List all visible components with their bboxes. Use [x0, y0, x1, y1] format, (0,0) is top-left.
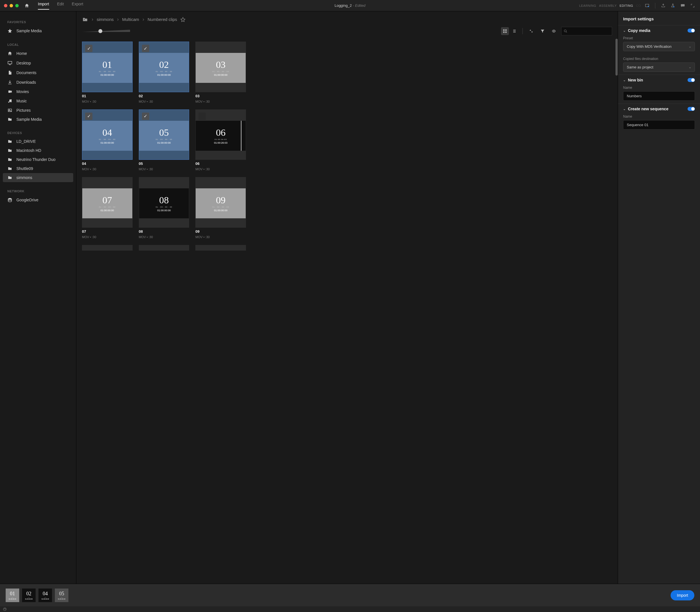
bin-name-input[interactable]: Numbers [623, 91, 695, 101]
zoom-slider[interactable] [82, 29, 130, 34]
tray-thumb[interactable]: 04• • •01:00:00:00 [39, 588, 52, 602]
workspace-more[interactable]: CO [636, 4, 641, 8]
tab-edit[interactable]: Edit [57, 2, 64, 10]
section-local: LOCAL [3, 41, 73, 48]
clip-item[interactable]: ✓ 05 01 : 00 : 00 : 00 01:00:00:00 05 MO… [139, 109, 190, 171]
clip-timecode: 01:00:00:00 [101, 73, 114, 76]
clip-checkbox[interactable]: ✓ [142, 45, 149, 52]
tab-import[interactable]: Import [38, 2, 49, 10]
destination-select[interactable]: Same as project⌄ [623, 62, 695, 72]
sidebar-item-shuttle09[interactable]: Shuttle09 [3, 164, 73, 173]
clip-checkbox[interactable]: ✓ [85, 45, 93, 52]
folder-icon [8, 166, 12, 171]
clip-item[interactable]: 06 01:00:26:03 01:00:26:03 06 MOV • :30 [195, 109, 246, 171]
browser-toolbar [76, 25, 618, 39]
copy-media-toggle[interactable] [688, 29, 695, 32]
copy-media-header[interactable]: ⌄ Copy media [623, 28, 695, 33]
sort-icon[interactable] [527, 27, 535, 35]
clip-item[interactable]: ✓ 02 01 : 00 : 00 : 00 01:00:00:00 02 MO… [139, 42, 190, 103]
sidebar-item-home[interactable]: Home [3, 48, 73, 58]
cloud-sync-icon[interactable] [3, 607, 7, 611]
clip-item[interactable]: 08 01 : 00 : 00 : 00 01:00:00:00 08 MOV … [139, 177, 190, 239]
folder-back-icon[interactable] [82, 17, 88, 22]
home-icon [8, 51, 12, 56]
sidebar-item-simmons[interactable]: simmons [3, 173, 73, 182]
clip-meta: MOV • :30 [139, 100, 190, 103]
favorite-star-icon[interactable] [180, 17, 185, 22]
folder-icon [8, 157, 12, 162]
workspace-editing[interactable]: EDITING [619, 4, 633, 8]
new-bin-toggle[interactable] [688, 78, 695, 82]
fullscreen-icon[interactable] [689, 3, 696, 8]
sidebar-item-downloads[interactable]: Downloads [3, 78, 73, 87]
sidebar-item-macintosh-hd[interactable]: Macintosh HD [3, 146, 73, 155]
crumb-simmons[interactable]: simmons [97, 17, 114, 22]
sidebar-item-documents[interactable]: Documents [3, 68, 73, 78]
svg-rect-4 [8, 61, 12, 64]
list-view-icon[interactable] [510, 27, 518, 35]
clip-timecode: 01:00:26:03 [214, 141, 227, 144]
tray-thumb[interactable]: 01• • •01:00:00:00 [6, 588, 19, 602]
clip-checkbox[interactable] [198, 113, 206, 120]
svg-point-8 [8, 199, 12, 201]
close-window-button[interactable] [4, 4, 8, 8]
clip-grid: ✓ 01 01 : 00 : 00 : 00 01:00:00:00 01 MO… [82, 42, 246, 251]
selection-tray: 01• • •01:00:00:0002• • •01:00:00:0004• … [0, 584, 700, 606]
tab-export[interactable]: Export [72, 2, 83, 10]
clip-item[interactable]: ✓ 01 01 : 00 : 00 : 00 01:00:00:00 01 MO… [82, 42, 132, 103]
new-sequence-toggle[interactable] [688, 107, 695, 111]
clip-item[interactable]: 07 01 : 00 : 00 : 00 01:00:00:00 07 MOV … [82, 177, 132, 239]
menubar: Import Edit Export Logging_2 - Edited LE… [0, 0, 700, 11]
crumb-multicam[interactable]: Multicam [122, 17, 139, 22]
comments-icon[interactable] [679, 3, 686, 8]
sidebar-item-movies[interactable]: Movies [3, 87, 73, 96]
clip-checkbox[interactable]: ✓ [85, 113, 93, 120]
clip-checkbox[interactable]: ✓ [142, 113, 149, 120]
music-icon [8, 98, 12, 103]
workspace-assembly[interactable]: ASSEMBLY [599, 4, 617, 8]
svg-rect-10 [505, 29, 507, 31]
clip-number: 06 [216, 127, 226, 138]
sidebar-item-neutrino[interactable]: Neutrino Thunder Duo [3, 155, 73, 164]
clip-meta: MOV • :30 [82, 167, 132, 171]
clip-item[interactable]: ✓ 04 01 : 00 : 00 : 00 01:00:00:00 04 MO… [82, 109, 132, 171]
destination-label: Copied files destination [623, 57, 695, 61]
import-button[interactable]: Import [671, 590, 694, 600]
search-input[interactable] [561, 27, 612, 36]
clip-item[interactable]: 09 01 : 00 : 00 : 00 01:00:00:00 09 MOV … [195, 177, 246, 239]
visibility-icon[interactable] [550, 27, 558, 35]
tray-thumb[interactable]: 02• • •01:00:00:00 [22, 588, 36, 602]
filter-icon[interactable] [538, 27, 546, 35]
new-bin-header[interactable]: ⌄ New bin [623, 78, 695, 82]
sidebar-item-sample-media[interactable]: Sample Media [3, 115, 73, 124]
sidebar-item-ld-drive[interactable]: LD_DRIVE [3, 137, 73, 146]
tray-thumb[interactable]: 05• • •01:00:00:00 [55, 588, 68, 602]
sidebar-item-desktop[interactable]: Desktop [3, 58, 73, 68]
share-icon[interactable] [660, 3, 667, 8]
sidebar: FAVORITES Sample Media LOCAL Home Deskto… [0, 11, 76, 584]
clip-item[interactable]: 03 01 : 00 : 00 : 00 01:00:00:00 03 MOV … [195, 42, 246, 103]
new-sequence-header[interactable]: ⌄ Create new sequence [623, 107, 695, 111]
svg-point-16 [3, 608, 6, 611]
grid-view-icon[interactable] [501, 27, 509, 35]
home-icon[interactable] [24, 3, 29, 8]
sidebar-item-googledrive[interactable]: GoogleDrive [3, 195, 73, 205]
svg-point-2 [673, 6, 674, 8]
beaker-icon[interactable] [670, 3, 676, 8]
chevron-down-icon: ⌄ [623, 78, 626, 82]
crumb-numbered-clips[interactable]: Numbered clips [148, 17, 177, 22]
seq-name-input[interactable]: Sequence 01 [623, 120, 695, 129]
scrollbar[interactable] [615, 39, 618, 75]
quick-export-icon[interactable] [644, 3, 650, 8]
sidebar-item-music[interactable]: Music [3, 96, 73, 106]
clip-name: 08 [139, 230, 190, 234]
preset-select[interactable]: Copy With MD5 Verification⌄ [623, 42, 695, 51]
sidebar-item-sample-media-fav[interactable]: Sample Media [3, 26, 73, 36]
clip-name: 03 [195, 94, 246, 98]
minimize-window-button[interactable] [10, 4, 13, 8]
maximize-window-button[interactable] [15, 4, 19, 8]
clip-meta: MOV • :30 [195, 100, 246, 103]
sidebar-item-pictures[interactable]: Pictures [3, 106, 73, 115]
workspace-learning[interactable]: LEARNING [579, 4, 596, 8]
svg-point-13 [553, 30, 555, 32]
